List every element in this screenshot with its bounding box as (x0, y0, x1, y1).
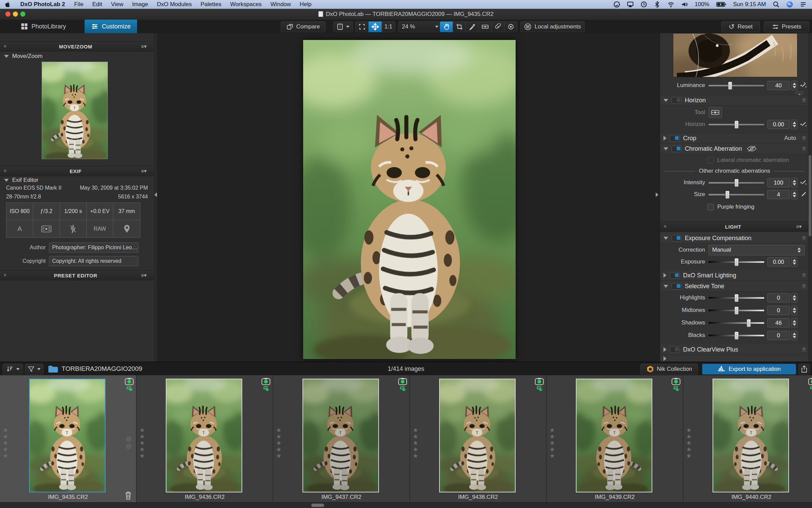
horizon-stepper[interactable] (791, 120, 797, 129)
menu-palettes[interactable]: Palettes (196, 1, 226, 8)
star-rating[interactable]: ★★★★★ (549, 427, 555, 459)
chromatic-enable-toggle[interactable] (672, 146, 681, 152)
volume-icon[interactable] (681, 1, 688, 8)
horizon-value[interactable]: 0.00 (767, 120, 790, 129)
eye-slash-icon[interactable] (747, 145, 757, 152)
exposure-comp-toggle[interactable] (672, 235, 681, 241)
repair-tool-button[interactable] (491, 21, 504, 32)
star-rating[interactable]: ★★★★★ (686, 427, 692, 459)
lateral-ca-checkbox[interactable] (707, 157, 714, 164)
close-palette-icon[interactable]: × (660, 224, 670, 230)
export-to-application-button[interactable]: Export to application (702, 364, 796, 375)
bluetooth-icon[interactable] (654, 1, 661, 8)
thumbnail-cell[interactable]: ★★★★★ IMG_9437.CR2 (273, 375, 410, 502)
palette-menu-icon[interactable]: ≡▾ (141, 43, 154, 49)
thumbnail-cell[interactable]: ★★★★★ IMG_9439.CR2 (547, 375, 683, 502)
palette-menu-icon[interactable]: ≡▾ (796, 224, 809, 230)
move-tool-button[interactable] (368, 21, 382, 32)
thumbnail-cell[interactable]: ★★★★★ IMG_9436.CR2 (137, 375, 273, 502)
disclosure-triangle[interactable] (4, 55, 9, 58)
thumbnail-image[interactable] (576, 379, 652, 492)
crop-mode-value[interactable]: Auto (784, 135, 796, 142)
luminance-slider[interactable] (708, 81, 764, 89)
clearview-toggle[interactable] (670, 346, 680, 353)
disclosure-triangle[interactable] (663, 356, 667, 361)
help-icon[interactable]: ? (801, 272, 807, 278)
thumbnail-image[interactable] (713, 379, 789, 492)
disclosure-triangle[interactable] (663, 347, 667, 352)
thumbnail-cell[interactable]: ★★★★★ IMG_9438.CR2 (410, 375, 547, 502)
size-stepper[interactable] (791, 190, 797, 199)
crop-section-header[interactable]: Crop Auto ? (660, 133, 811, 144)
thumbnail-image[interactable] (302, 379, 379, 492)
selective-tone-toggle[interactable] (672, 283, 681, 290)
minimize-window-button[interactable] (13, 12, 18, 17)
move-zoom-section-row[interactable]: Move/Zoom (0, 53, 158, 60)
help-icon[interactable]: ? (801, 346, 807, 353)
thumbnail-cell[interactable]: ★★★★★ IMG_9440.CR2 (683, 375, 812, 502)
author-field[interactable]: Photographer: Filippo Picinni Leo… (49, 242, 138, 253)
filmstrip-scrollbar-track[interactable] (0, 502, 812, 508)
luminance-value[interactable]: 40 (767, 81, 790, 90)
horizon-enable-toggle[interactable] (672, 97, 681, 104)
collapse-left-panel-arrow[interactable] (154, 192, 157, 197)
menubar-clock[interactable]: Sun 9:15 AM (733, 1, 766, 8)
compare-button[interactable]: Compare (281, 21, 325, 32)
zoom-level-select[interactable]: 24 % (398, 21, 442, 32)
exposure-stepper[interactable] (791, 257, 797, 267)
presets-button[interactable]: Presets (764, 21, 809, 32)
close-palette-icon[interactable]: × (0, 43, 10, 49)
highlights-slider[interactable] (708, 294, 764, 302)
exif-palette-header[interactable]: × EXIF ≡▾ (0, 166, 154, 176)
time-machine-icon[interactable] (640, 1, 647, 8)
palette-menu-icon[interactable]: ≡▾ (141, 168, 154, 174)
local-adjustments-button[interactable]: Local adjustments (520, 21, 585, 32)
help-icon[interactable]: ? (801, 146, 807, 152)
move-zoom-palette-header[interactable]: × MOVE/ZOOM ≡▾ (0, 41, 154, 51)
menu-view[interactable]: View (107, 1, 128, 8)
correction-select[interactable]: Manual (708, 245, 805, 255)
spotlight-icon[interactable] (773, 1, 780, 8)
cutoff-section-header[interactable] (660, 355, 811, 362)
help-icon[interactable]: ? (801, 97, 807, 103)
disclosure-triangle[interactable] (663, 273, 667, 278)
siri-icon[interactable] (786, 1, 793, 8)
disclosure-triangle[interactable] (663, 237, 668, 240)
star-rating[interactable]: ★★★★★ (276, 427, 281, 459)
horizon-tool-button[interactable] (708, 107, 722, 118)
midtones-slider[interactable] (708, 306, 764, 314)
menu-help[interactable]: Help (295, 1, 316, 8)
menu-dxo-modules[interactable]: DxO Modules (153, 1, 196, 8)
highlights-value[interactable]: 0 (767, 293, 790, 302)
creative-cloud-icon[interactable] (613, 1, 620, 8)
luminance-stepper[interactable] (791, 81, 797, 90)
sort-button[interactable] (3, 364, 23, 375)
tab-customize[interactable]: Customize (85, 20, 137, 33)
share-button[interactable] (798, 364, 810, 375)
close-palette-icon[interactable]: × (0, 168, 10, 174)
palette-menu-icon[interactable]: ≡▾ (141, 272, 154, 278)
crop-enable-toggle[interactable] (670, 135, 680, 142)
star-rating[interactable]: ★★★★★ (139, 427, 145, 459)
help-icon[interactable]: ? (801, 283, 807, 289)
disclosure-triangle[interactable] (663, 99, 668, 102)
star-rating[interactable]: ★★★★★ (413, 427, 418, 459)
help-icon[interactable]: ? (801, 235, 807, 241)
crop-tool-button[interactable] (453, 21, 466, 32)
intensity-stepper[interactable] (791, 178, 797, 188)
shadows-stepper[interactable] (791, 318, 797, 328)
navigator-thumbnail[interactable] (42, 62, 108, 159)
zoom-window-button[interactable] (20, 12, 25, 17)
chromatic-aberration-section-header[interactable]: Chromatic Aberration ? (660, 144, 811, 154)
blacks-value[interactable]: 0 (767, 331, 790, 340)
notification-center-icon[interactable] (800, 1, 807, 8)
exposure-comp-section-header[interactable]: Exposure Compensation ? (660, 233, 811, 244)
red-eye-tool-button[interactable] (504, 21, 517, 32)
close-window-button[interactable] (5, 12, 10, 17)
menu-edit[interactable]: Edit (88, 1, 107, 8)
menu-image[interactable]: Image (128, 1, 152, 8)
filmstrip-scrollbar-thumb[interactable] (311, 504, 324, 507)
exposure-value[interactable]: 0.00 (767, 257, 790, 267)
shadows-slider[interactable] (708, 319, 764, 327)
close-palette-icon[interactable]: × (0, 272, 10, 278)
